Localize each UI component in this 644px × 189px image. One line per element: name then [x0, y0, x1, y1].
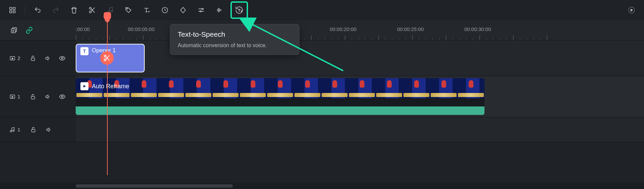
ruler-label: 00:00:30:00: [464, 26, 491, 32]
track-type-label: 2: [9, 55, 22, 61]
svg-point-10: [202, 8, 203, 10]
text-clip-opener-1[interactable]: T Opener 1: [76, 44, 145, 72]
svg-rect-15: [31, 58, 35, 61]
svg-rect-22: [32, 129, 35, 132]
ruler-label: 00:00:05:00: [128, 26, 154, 32]
svg-point-8: [127, 8, 128, 9]
tag-icon[interactable]: [123, 4, 134, 16]
svg-point-21: [13, 130, 14, 131]
video-clip-auto-reframe[interactable]: Auto Reframe: [76, 78, 485, 115]
eye-icon[interactable]: [58, 54, 66, 63]
tooltip-title: Text-to-Speech: [178, 30, 292, 38]
lock-open-icon[interactable]: [29, 92, 37, 101]
track-index: 1: [17, 94, 20, 99]
track-text-2: 2 T Opener 1: [0, 40, 644, 76]
delete-icon[interactable]: [68, 4, 80, 16]
ruler-label: :00:00: [76, 26, 90, 32]
svg-point-6: [108, 11, 110, 13]
track-index: 1: [17, 127, 20, 132]
svg-rect-3: [13, 11, 15, 13]
text-to-speech-icon[interactable]: [232, 3, 247, 18]
play-icon: [80, 82, 88, 90]
undo-icon[interactable]: [32, 4, 43, 16]
add-copy-icon[interactable]: [9, 26, 18, 35]
track-type-label: 1: [9, 127, 22, 133]
speed-icon[interactable]: [159, 4, 171, 16]
separator: [25, 6, 25, 14]
lock-open-icon[interactable]: [29, 125, 38, 134]
lock-open-icon[interactable]: [29, 54, 37, 63]
clip-label: Opener 1: [92, 47, 116, 54]
eye-icon[interactable]: [58, 92, 66, 101]
svg-point-7: [111, 10, 113, 12]
ruler-label: 00:00:25:00: [397, 26, 424, 32]
redo-icon[interactable]: [50, 4, 62, 16]
adjust-icon[interactable]: [195, 4, 207, 16]
svg-point-11: [200, 11, 201, 12]
track-type-label: 1: [9, 94, 22, 100]
tooltip-description: Automatic conversion of text to voice.: [178, 42, 292, 49]
svg-point-20: [10, 130, 12, 132]
horizontal-scrollbar[interactable]: [76, 184, 637, 188]
timeline-ruler[interactable]: :00:00 00:00:05:00 00:00:20:00 00:00:25:…: [76, 20, 644, 40]
text-clip-icon: T: [80, 47, 88, 55]
svg-rect-1: [13, 7, 15, 9]
svg-point-19: [62, 96, 63, 97]
render-preview-icon[interactable]: [626, 4, 637, 16]
keyframe-icon[interactable]: [177, 4, 189, 16]
svg-rect-18: [31, 96, 35, 99]
text-format-icon[interactable]: [141, 4, 152, 16]
svg-rect-0: [10, 7, 12, 9]
track-video-1: 1 Auto Reframe: [0, 76, 644, 117]
volume-icon[interactable]: [44, 92, 52, 101]
link-icon[interactable]: [25, 26, 34, 35]
split-icon[interactable]: [86, 4, 98, 16]
ruler-row: :00:00 00:00:05:00 00:00:20:00 00:00:25:…: [0, 20, 644, 40]
clip-thumbnails: [76, 78, 485, 98]
volume-icon[interactable]: [44, 54, 52, 63]
ruler-label: 00:00:20:00: [330, 26, 356, 32]
svg-point-5: [90, 11, 92, 13]
apps-icon[interactable]: [7, 4, 18, 16]
svg-point-16: [62, 57, 63, 59]
clip-waveform: [76, 98, 485, 115]
volume-icon[interactable]: [44, 125, 53, 134]
clip-title-overlay: Auto Reframe: [80, 82, 129, 90]
svg-point-4: [90, 7, 92, 9]
music-note-icon[interactable]: [105, 4, 116, 16]
audio-wave-icon[interactable]: [214, 4, 225, 16]
clip-label: Auto Reframe: [92, 83, 129, 90]
track-index: 2: [17, 55, 20, 61]
track-audio-1: 1: [0, 117, 644, 142]
top-toolbar: [0, 0, 644, 20]
svg-rect-2: [10, 11, 12, 13]
tooltip-text-to-speech: Text-to-Speech Automatic conversion of t…: [170, 24, 299, 55]
scrollbar-thumb[interactable]: [76, 184, 233, 188]
